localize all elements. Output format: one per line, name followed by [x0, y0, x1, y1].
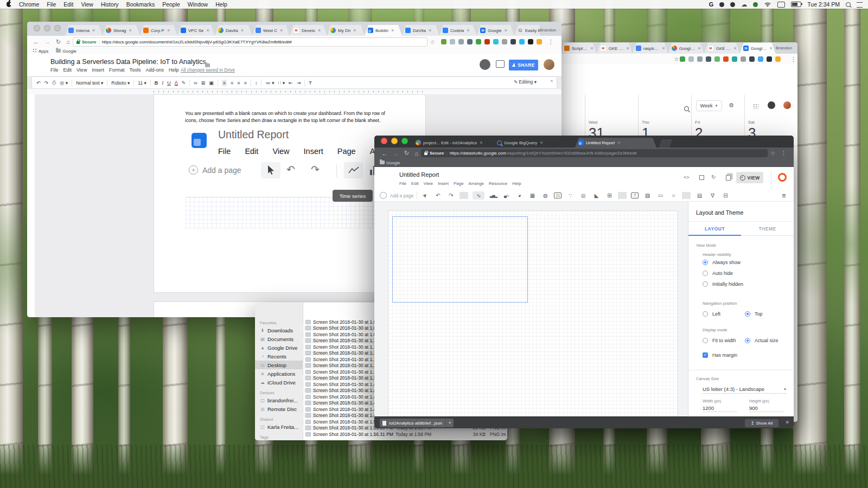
browser-tab[interactable]: M Develo ×: [290, 25, 327, 36]
menu-item[interactable]: Page: [454, 181, 464, 186]
extension-icon[interactable]: [493, 39, 499, 44]
extension-icon[interactable]: [528, 39, 533, 44]
more-tools-icon[interactable]: ≣: [780, 192, 788, 198]
chrome-menu-icon[interactable]: ⋮: [790, 56, 796, 63]
extension-icon[interactable]: [510, 39, 516, 44]
italic-icon[interactable]: I: [162, 80, 163, 86]
report-page[interactable]: [388, 210, 678, 418]
browser-tab[interactable]: Corp P ×: [140, 25, 177, 36]
tab-close-icon[interactable]: ×: [353, 28, 356, 33]
tab-close-icon[interactable]: ×: [206, 28, 209, 33]
airplay-icon[interactable]: [777, 2, 785, 8]
reload-icon[interactable]: ↻: [56, 38, 61, 46]
bar-chart-icon[interactable]: ▃▅▂: [489, 194, 497, 198]
extension-icon[interactable]: [741, 56, 746, 62]
reload-icon[interactable]: ↻: [404, 150, 409, 157]
apps-grid-icon[interactable]: [753, 104, 758, 109]
highlight-icon[interactable]: ✎: [182, 80, 186, 86]
image-icon[interactable]: ▨: [643, 192, 652, 198]
browser-tab[interactable]: West C ×: [252, 25, 290, 36]
home-icon[interactable]: ⌂: [414, 150, 418, 157]
menu-item[interactable]: Edit: [411, 181, 419, 186]
view-selector[interactable]: Week▼: [696, 100, 722, 111]
separator[interactable]: [72, 80, 72, 86]
sidebar-item[interactable]: ▢ Karla Freita...: [255, 422, 303, 431]
fullscreen-icon[interactable]: [699, 175, 704, 180]
radio-option[interactable]: Always show: [703, 260, 741, 265]
justify-icon[interactable]: ≡: [244, 80, 247, 86]
separator[interactable]: [459, 192, 468, 199]
status-icon[interactable]: [719, 2, 724, 7]
width-input[interactable]: 1200: [703, 404, 737, 412]
table-icon[interactable]: ▦: [528, 192, 537, 198]
filter-control-icon[interactable]: ∇: [708, 192, 717, 198]
bookmark-google[interactable]: Google: [56, 49, 76, 54]
report-title[interactable]: Untitled Report: [399, 171, 439, 178]
sidebar-item[interactable]: ◎ Remote Disc: [255, 404, 303, 413]
settings-gear-icon[interactable]: ⚙: [729, 102, 734, 109]
pie-chart-icon[interactable]: ◕: [515, 192, 524, 198]
chrome-menu-icon[interactable]: ⋮: [548, 38, 554, 46]
drawn-chart-rect[interactable]: [392, 216, 528, 303]
menu-item[interactable]: File: [50, 67, 59, 73]
extension-icon[interactable]: [450, 39, 455, 44]
tab-close-icon[interactable]: ×: [617, 140, 620, 145]
back-icon[interactable]: ←: [381, 150, 387, 157]
menu-item[interactable]: View: [424, 181, 433, 186]
separator[interactable]: [261, 80, 261, 86]
scorecard-icon[interactable]: 21: [554, 192, 561, 198]
star-doc-icon[interactable]: ☆: [196, 58, 201, 64]
print-icon[interactable]: ⎙: [52, 80, 56, 86]
tab-close-icon[interactable]: ×: [697, 46, 700, 51]
tab-close-icon[interactable]: ×: [479, 140, 482, 145]
underline-icon[interactable]: U: [167, 80, 171, 86]
menu-item[interactable]: Tools: [129, 67, 141, 73]
address-field[interactable]: Secure | https://docs.google.com/documen…: [73, 37, 427, 47]
separator[interactable]: [682, 192, 691, 199]
notification-bell-icon[interactable]: [768, 101, 775, 109]
tab-close-icon[interactable]: ×: [279, 28, 283, 33]
avatar[interactable]: [783, 101, 791, 109]
close-download-bar-icon[interactable]: ✕: [785, 420, 789, 425]
tab-close-icon[interactable]: ×: [428, 28, 431, 33]
forward-icon[interactable]: →: [393, 150, 399, 157]
browser-tab[interactable]: DaVita ×: [402, 25, 439, 36]
tab-close-icon[interactable]: ×: [466, 28, 469, 33]
google-status-icon[interactable]: G: [709, 1, 714, 8]
tab-close-icon[interactable]: ×: [504, 28, 507, 33]
tab-close-icon[interactable]: ×: [539, 140, 542, 145]
menu-item[interactable]: Edit: [63, 1, 73, 8]
separator[interactable]: [107, 80, 107, 86]
spotlight-search-icon[interactable]: [846, 2, 851, 7]
bookmark-google[interactable]: Google: [380, 160, 400, 165]
chrome-menu-icon[interactable]: ⋮: [781, 150, 787, 157]
browser-tab[interactable]: Davita ×: [215, 25, 252, 36]
numbered-list-icon[interactable]: ≔ ▾: [265, 80, 274, 86]
menu-item[interactable]: Chrome: [19, 1, 39, 8]
collapse-toolbar-icon[interactable]: ^: [551, 79, 553, 85]
copy-report-icon[interactable]: [726, 175, 731, 181]
extension-icon[interactable]: [732, 56, 737, 62]
browser-tab[interactable]: Google-F ×: [668, 43, 704, 54]
view-button[interactable]: VIEW: [736, 172, 763, 183]
avatar[interactable]: [544, 59, 554, 70]
browser-tab[interactable]: project... Edit - Iot2Analytics ×: [412, 138, 494, 147]
browser-tab[interactable]: Untitled Report ×: [575, 138, 656, 147]
extension-icon[interactable]: [441, 39, 446, 44]
save-status[interactable]: All changes saved in Drive: [181, 67, 235, 73]
extension-icon[interactable]: [714, 56, 720, 62]
indent-icon[interactable]: ⇥: [297, 80, 301, 86]
separator[interactable]: [218, 80, 218, 86]
browser-tab[interactable]: Buildin ×: [365, 25, 402, 36]
tab-close-icon[interactable]: ×: [769, 46, 772, 51]
browser-tab[interactable]: Scripting ×: [561, 43, 597, 54]
text-icon[interactable]: T: [631, 192, 639, 198]
bullet-list-icon[interactable]: ∷ ▾: [278, 80, 285, 86]
extension-icon[interactable]: [706, 56, 711, 62]
radio-option[interactable]: Left: [703, 311, 720, 317]
browser-tab[interactable]: Interna ×: [65, 25, 103, 36]
redo-icon[interactable]: ↷: [44, 80, 49, 86]
extension-icon[interactable]: [502, 39, 507, 44]
menu-item[interactable]: Format: [109, 67, 125, 73]
font-select[interactable]: Roboto ▾: [111, 80, 130, 86]
